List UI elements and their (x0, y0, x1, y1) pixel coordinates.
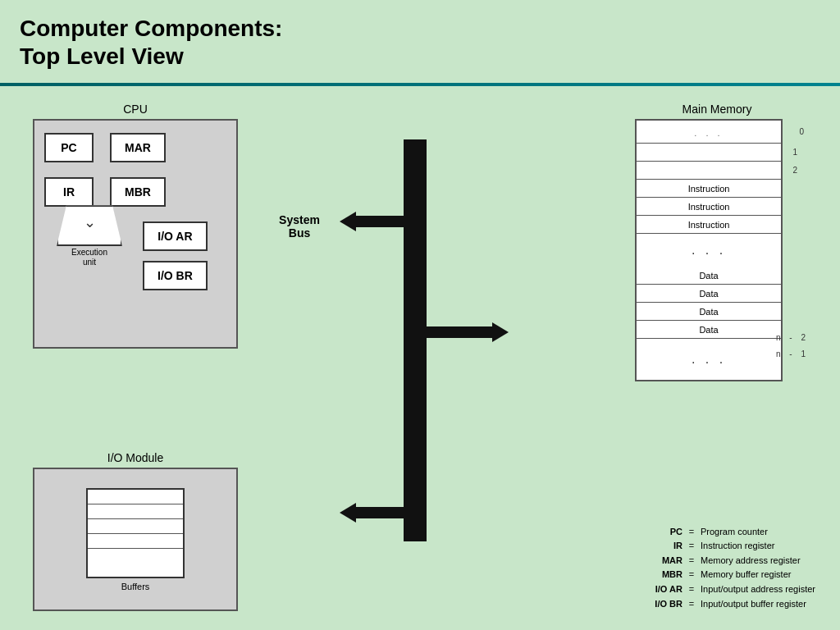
legend-abbr-pc: PC (650, 525, 682, 540)
legend-row-ir: IR = Instruction register (650, 539, 815, 554)
pc-register: PC (44, 133, 94, 162)
trapezoid: ⌄ (57, 205, 122, 246)
diagram-area: CPU PC MAR IR MBR ⌄ Executionunit (16, 94, 824, 619)
mem-dots-mid: . . . (637, 234, 781, 267)
execution-unit-label: Executionunit (57, 248, 122, 267)
legend-row-pc: PC = Program counter (650, 525, 815, 540)
mem-data-2: Data (637, 285, 781, 303)
legend-desc-io-ar: Input/output address register (701, 582, 815, 597)
cpu-label: CPU (33, 103, 238, 116)
legend-eq-pc: = (686, 525, 697, 540)
svg-marker-4 (492, 322, 509, 342)
legend-desc-io-br: Input/output buffer register (701, 597, 806, 612)
legend-abbr-ir: IR (650, 539, 682, 554)
buffer-row-3 (88, 519, 183, 534)
io-box: Buffers (33, 468, 238, 611)
legend-eq-io-ar: = (686, 582, 697, 597)
top-register-row: PC MAR (44, 133, 226, 162)
mem-row-dots-top: . . . 0 (637, 121, 781, 144)
io-container: I/O Module Buffers (33, 451, 238, 611)
mem-instruction-2: Instruction (637, 198, 781, 216)
memory-container: Main Memory . . . 0 1 2 Instruction Inst… (635, 103, 799, 381)
chevron-icon: ⌄ (84, 213, 96, 231)
legend-abbr-io-br: I/O BR (650, 597, 682, 612)
mid-register-row: IR MBR (44, 177, 226, 207)
main-content: CPU PC MAR IR MBR ⌄ Executionunit (0, 86, 840, 628)
mem-instruction-3: Instruction (637, 216, 781, 234)
legend-row-io-br: I/O BR = Input/output buffer register (650, 597, 815, 612)
io-registers: I/O AR I/O BR (143, 221, 208, 290)
legend-desc-ir: Instruction register (701, 539, 774, 554)
svg-rect-0 (404, 139, 427, 541)
mem-data-1: Data (637, 267, 781, 285)
buffer-row-5 (88, 549, 183, 577)
buffers-label: Buffers (121, 582, 150, 591)
page-title: Computer Components: Top Level View (20, 15, 820, 70)
legend-row-mbr: MBR = Memory buffer register (650, 568, 815, 582)
legend-abbr-io-ar: I/O AR (650, 582, 682, 597)
mem-data-4: Data (637, 321, 781, 339)
mem-data-3: Data (637, 303, 781, 321)
legend-row-io-ar: I/O AR = Input/output address register (650, 582, 815, 597)
cpu-box: PC MAR IR MBR ⌄ Executionunit I/O AR (33, 119, 238, 349)
buffer-row-4 (88, 534, 183, 549)
legend-abbr-mar: MAR (650, 554, 682, 568)
system-bus-label: SystemBus (271, 213, 328, 240)
legend-desc-mar: Memory address register (701, 554, 801, 568)
memory-box: . . . 0 1 2 Instruction Instruction Inst… (635, 119, 783, 381)
memory-label: Main Memory (635, 103, 799, 116)
legend-eq-mbr: = (686, 568, 697, 582)
legend-eq-mar: = (686, 554, 697, 568)
mbr-register: MBR (110, 177, 166, 207)
io-br-register: I/O BR (143, 261, 208, 290)
svg-marker-6 (340, 503, 356, 523)
buffer-row-2 (88, 504, 183, 519)
mem-addr-row-1: 2 (637, 162, 781, 180)
svg-marker-2 (340, 212, 356, 231)
legend-row-mar: MAR = Memory address register (650, 554, 815, 568)
header: Computer Components: Top Level View (0, 0, 840, 86)
ir-register: IR (44, 177, 94, 207)
legend-eq-io-br: = (686, 597, 697, 612)
legend: PC = Program counter IR = Instruction re… (650, 525, 815, 612)
legend-desc-mbr: Memory buffer register (701, 568, 791, 582)
buffer-row-1 (88, 490, 183, 504)
mem-addr-row-0: 1 (637, 144, 781, 162)
mem-instruction-1: Instruction (637, 180, 781, 198)
buffer-box (86, 488, 185, 578)
io-module-label: I/O Module (33, 451, 238, 464)
execution-unit: ⌄ Executionunit (57, 205, 122, 274)
legend-desc-pc: Program counter (701, 525, 768, 540)
io-ar-register: I/O AR (143, 221, 208, 251)
legend-abbr-mbr: MBR (650, 568, 682, 582)
mar-register: MAR (110, 133, 166, 162)
cpu-container: CPU PC MAR IR MBR ⌄ Executionunit (33, 103, 238, 349)
legend-eq-ir: = (686, 539, 697, 554)
mem-dots-bottom: . . . n - 2 n - 1 (637, 339, 781, 380)
